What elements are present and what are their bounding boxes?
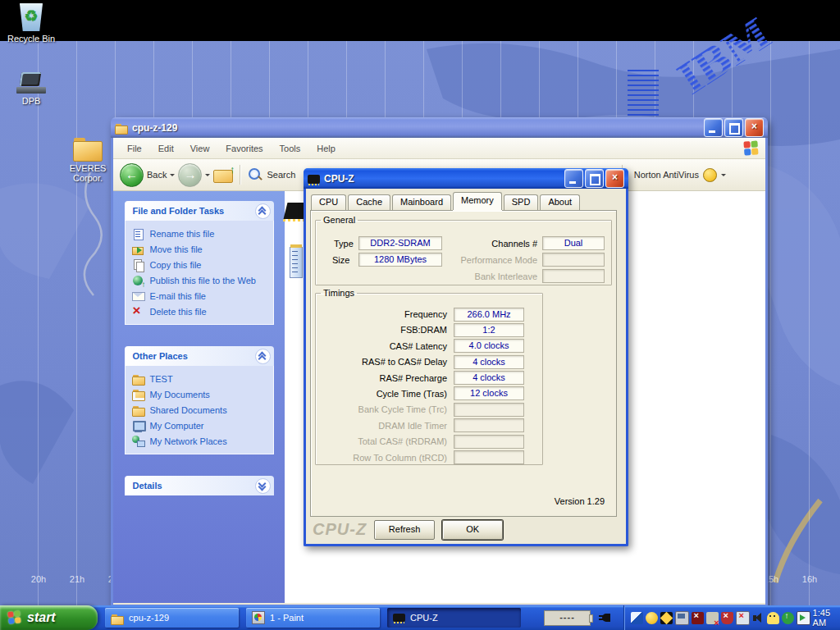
timing-row: RAS# to CAS# Delay4 clocks	[316, 355, 542, 368]
tray-norton-icon[interactable]	[646, 612, 658, 624]
panel-title: Other Places	[133, 351, 188, 361]
tray-network-computers-icon[interactable]	[675, 611, 689, 625]
timing-row: FSB:DRAM1:2	[316, 323, 542, 336]
maximize-button[interactable]	[585, 169, 604, 188]
explorer-titlebar[interactable]: cpu-z-129 ×	[111, 117, 768, 138]
close-button[interactable]: ×	[745, 118, 764, 137]
search-icon[interactable]	[247, 167, 263, 183]
norton-icon	[703, 168, 717, 182]
tray-red-grid-icon[interactable]	[692, 612, 704, 624]
tray-monitor-offline-icon[interactable]	[736, 611, 750, 625]
ok-button[interactable]: OK	[442, 520, 503, 540]
task-publish-file[interactable]: Publish this file to the Web	[132, 272, 270, 288]
tab-cpu[interactable]: CPU	[311, 194, 346, 210]
menu-favorites[interactable]: Favorites	[218, 141, 270, 156]
cpuz-titlebar[interactable]: CPU-Z ×	[304, 168, 628, 189]
tab-cache[interactable]: Cache	[348, 194, 390, 210]
task-label: Copy this file	[150, 260, 202, 270]
tab-about[interactable]: About	[540, 194, 580, 210]
task-move-file[interactable]: Move this file	[132, 241, 270, 257]
file-tasks-header[interactable]: File and Folder Tasks	[125, 201, 274, 221]
timing-value: 1:2	[454, 323, 524, 337]
menu-file[interactable]: File	[120, 141, 149, 156]
place-my-computer[interactable]: My Computer	[132, 418, 270, 433]
bank-interleave-value	[542, 269, 605, 283]
place-label: My Computer	[150, 421, 204, 431]
collapse-chevron-icon[interactable]	[255, 349, 271, 364]
taskbar-button-label: 1 - Paint	[270, 613, 304, 623]
menu-tools[interactable]: Tools	[272, 141, 308, 156]
timezone-label: 20h	[26, 574, 51, 584]
timing-label: RAS# Precharge	[316, 373, 454, 383]
desktop-icon-everes[interactable]: EVERES Corpor.	[64, 138, 112, 183]
taskbar-clock[interactable]: 1:45 AM	[813, 608, 835, 628]
place-my-network[interactable]: My Network Places	[132, 433, 270, 449]
menu-view[interactable]: View	[183, 141, 217, 156]
taskbar-button-paint[interactable]: 1 - Paint	[246, 608, 380, 628]
menu-edit[interactable]: Edit	[151, 141, 181, 156]
place-my-documents[interactable]: My Documents	[132, 386, 270, 402]
minimize-button[interactable]	[564, 169, 583, 188]
menu-help[interactable]: Help	[309, 141, 343, 156]
channels-value: Dual	[542, 236, 605, 250]
taskbar-button-explorer[interactable]: cpu-z-129	[105, 608, 239, 628]
details-header[interactable]: Details	[125, 476, 274, 495]
place-shared-documents[interactable]: Shared Documents	[132, 402, 270, 418]
task-delete-file[interactable]: Delete this file	[132, 304, 270, 319]
other-places-header[interactable]: Other Places	[125, 346, 274, 366]
task-rename-file[interactable]: Rename this file	[132, 226, 270, 241]
battery-meter[interactable]: ----	[544, 610, 591, 626]
tab-mainboard[interactable]: Mainboard	[392, 194, 451, 210]
desktop-icon-label: DPB	[2, 96, 61, 106]
refresh-button[interactable]: Refresh	[374, 520, 435, 540]
back-label[interactable]: Back	[147, 170, 167, 180]
taskbar-button-label: cpu-z-129	[129, 613, 169, 623]
tab-memory[interactable]: Memory	[453, 192, 502, 210]
maximize-button[interactable]	[724, 118, 743, 137]
taskbar-button-cpuz[interactable]: CPU-Z	[387, 608, 521, 628]
panel-title: File and Folder Tasks	[133, 206, 225, 216]
tray-volume-icon[interactable]	[752, 612, 765, 624]
windows-flag-icon	[7, 610, 23, 626]
desktop: IBM 20h 21h 22h 15h 16h ♻ Recycle Bin DP…	[0, 0, 840, 630]
version-text: Version 1.29	[555, 496, 605, 506]
close-button[interactable]: ×	[605, 169, 624, 188]
back-button[interactable]: ←	[120, 163, 144, 187]
tray-firewall-icon[interactable]	[631, 612, 643, 624]
tray-update-icon[interactable]	[782, 612, 794, 624]
timing-value: 4.0 clocks	[454, 339, 524, 353]
delete-icon	[132, 305, 145, 318]
memory-tab-page: General Type DDR2-SDRAM Channels # Dual …	[310, 210, 617, 517]
power-plug-icon[interactable]	[599, 612, 612, 623]
desktop-icon-dpb[interactable]: DPB	[2, 72, 61, 106]
forward-button[interactable]: →	[178, 163, 202, 187]
tray-diamond-mail-icon[interactable]	[660, 612, 673, 624]
size-label: Size	[332, 255, 349, 265]
tab-spd[interactable]: SPD	[504, 194, 539, 210]
tray-shield-alert-icon[interactable]	[721, 612, 733, 624]
place-test[interactable]: TEST	[132, 371, 270, 386]
file-icon[interactable]	[290, 247, 303, 278]
collapse-chevron-icon[interactable]	[255, 203, 271, 219]
task-copy-file[interactable]: Copy this file	[132, 257, 270, 272]
tray-ghost-icon[interactable]	[767, 612, 779, 624]
search-label[interactable]: Search	[267, 170, 295, 180]
minimize-button[interactable]	[704, 118, 723, 137]
timing-label: CAS# Latency	[316, 341, 454, 351]
back-dropdown-icon[interactable]	[170, 174, 175, 179]
start-button[interactable]: start	[0, 605, 98, 630]
tray-users-disconnected-icon[interactable]	[706, 612, 719, 624]
forward-dropdown-icon[interactable]	[205, 174, 210, 179]
tray-display-icon[interactable]	[797, 611, 810, 625]
desktop-icon-recycle-bin[interactable]: ♻ Recycle Bin	[2, 3, 61, 43]
details-panel: Details	[125, 476, 274, 495]
norton-antivirus-button[interactable]: Norton AntiVirus	[622, 165, 734, 185]
task-email-file[interactable]: E-mail this file	[132, 288, 270, 304]
cpuz-tab-strip: CPU Cache Mainboard Memory SPD About	[311, 194, 582, 210]
cpuz-window: CPU-Z × CPU Cache Mainboard Memory SPD A…	[304, 168, 628, 546]
timings-legend: Timings	[321, 288, 357, 298]
norton-dropdown-icon	[721, 174, 726, 179]
expand-chevron-icon[interactable]	[255, 478, 271, 494]
taskbar-button-label: CPU-Z	[410, 613, 438, 623]
up-button[interactable]	[213, 167, 233, 183]
